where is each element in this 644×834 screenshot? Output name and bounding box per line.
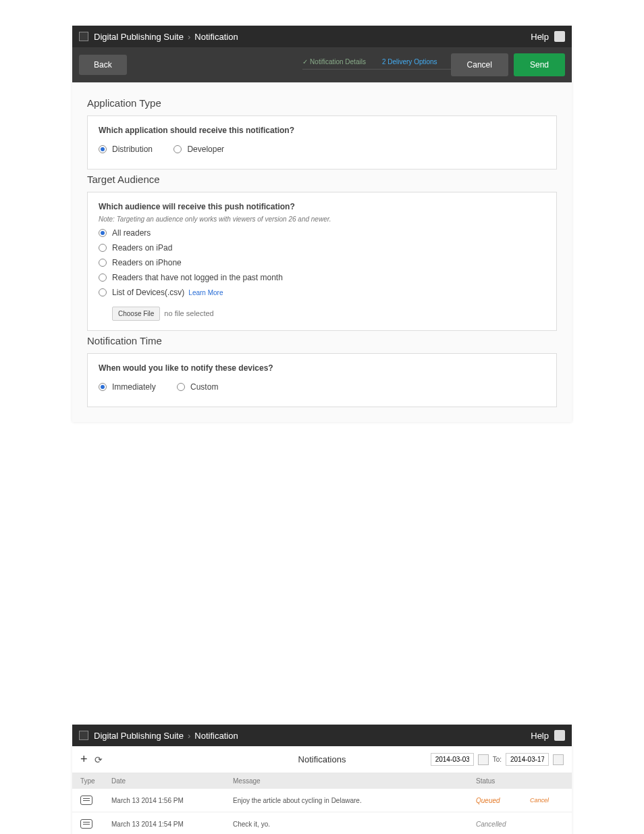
- user-icon[interactable]: [554, 730, 565, 741]
- radio-distribution[interactable]: Distribution: [99, 145, 153, 154]
- refresh-button[interactable]: ⟳: [95, 754, 103, 765]
- date-to-input[interactable]: [506, 753, 549, 766]
- app-type-question: Which application should receive this no…: [99, 126, 545, 135]
- titlebar: Digital Publishing Suite › Notification …: [72, 26, 572, 47]
- no-file-label: no file selected: [164, 309, 213, 317]
- row-message: Check it, yo.: [233, 820, 476, 828]
- calendar-icon[interactable]: [478, 754, 489, 765]
- radio-icon: [173, 145, 182, 153]
- app-icon: [79, 32, 88, 41]
- radio-device-list[interactable]: List of Devices(.csv)Learn More: [99, 288, 545, 297]
- send-button[interactable]: Send: [514, 53, 565, 76]
- section-time: When would you like to notify these devi…: [87, 353, 557, 407]
- table-row[interactable]: March 13 2014 1:56 PMEnjoy the article a…: [72, 789, 572, 812]
- breadcrumb-app: Digital Publishing Suite: [94, 731, 184, 741]
- col-type: Type: [80, 777, 111, 785]
- table-body: March 13 2014 1:56 PMEnjoy the article a…: [72, 789, 572, 834]
- action-bar: Back ✓ Notification Details 2 Delivery O…: [72, 47, 572, 82]
- radio-icon: [99, 273, 107, 282]
- help-link[interactable]: Help: [531, 32, 549, 42]
- page-title: Notifications: [298, 754, 346, 764]
- row-cancel-link[interactable]: Cancel: [530, 797, 564, 804]
- radio-icon: [177, 383, 185, 391]
- radio-icon: [99, 145, 107, 153]
- row-status: Cancelled: [476, 820, 530, 828]
- section-app-type: Which application should receive this no…: [87, 115, 557, 170]
- add-button[interactable]: +: [80, 752, 88, 766]
- radio-icon: [99, 288, 107, 296]
- step-delivery-options: 2 Delivery Options: [382, 58, 437, 72]
- user-icon[interactable]: [554, 31, 565, 42]
- radio-custom[interactable]: Custom: [177, 382, 218, 392]
- section-app-type-title: Application Type: [87, 97, 557, 109]
- learn-more-link[interactable]: Learn More: [188, 289, 223, 296]
- step-notification-details: ✓ Notification Details: [302, 58, 366, 72]
- message-icon: [80, 819, 92, 829]
- radio-readers-iphone[interactable]: Readers on iPhone: [99, 258, 545, 267]
- radio-readers-ipad[interactable]: Readers on iPad: [99, 243, 545, 253]
- time-question: When would you like to notify these devi…: [99, 363, 545, 373]
- help-link[interactable]: Help: [531, 731, 549, 741]
- table-row[interactable]: March 13 2014 1:54 PMCheck it, yo.Cancel…: [72, 812, 572, 834]
- radio-readers-inactive[interactable]: Readers that have not logged in the past…: [99, 273, 545, 282]
- titlebar: Digital Publishing Suite › Notification …: [72, 725, 572, 746]
- wizard-steps: ✓ Notification Details 2 Delivery Option…: [294, 58, 445, 72]
- delivery-options-panel: Digital Publishing Suite › Notification …: [72, 26, 572, 422]
- audience-question: Which audience will receive this push no…: [99, 202, 545, 211]
- date-from-input[interactable]: [431, 753, 474, 766]
- row-date: March 13 2014 1:56 PM: [111, 797, 233, 804]
- breadcrumb-sep: ›: [188, 32, 190, 42]
- form-body: Application Type Which application shoul…: [72, 82, 572, 422]
- radio-developer[interactable]: Developer: [173, 145, 224, 154]
- col-message: Message: [233, 777, 476, 785]
- row-date: March 13 2014 1:54 PM: [111, 820, 233, 828]
- row-message: Enjoy the article about cycling in Delaw…: [233, 797, 476, 804]
- breadcrumb-sep: ›: [188, 731, 190, 741]
- radio-icon: [99, 383, 107, 391]
- radio-immediately[interactable]: Immediately: [99, 382, 156, 392]
- radio-icon: [99, 259, 107, 267]
- radio-icon: [99, 244, 107, 252]
- notifications-list-panel: Digital Publishing Suite › Notification …: [72, 725, 572, 834]
- app-icon: [79, 731, 88, 740]
- section-audience: Which audience will receive this push no…: [87, 192, 557, 331]
- section-audience-title: Target Audience: [87, 174, 557, 185]
- table-header: Type Date Message Status: [72, 773, 572, 789]
- back-button[interactable]: Back: [79, 55, 127, 75]
- section-time-title: Notification Time: [87, 335, 557, 346]
- cancel-button[interactable]: Cancel: [451, 53, 508, 76]
- breadcrumb-page: Notification: [194, 32, 238, 42]
- col-status: Status: [476, 777, 530, 785]
- choose-file-button[interactable]: Choose File: [112, 307, 160, 321]
- audience-note: Note: Targeting an audience only works w…: [99, 215, 545, 223]
- col-date: Date: [111, 777, 233, 785]
- radio-icon: [99, 229, 107, 237]
- breadcrumb-app: Digital Publishing Suite: [94, 32, 184, 42]
- message-icon: [80, 796, 92, 805]
- list-toolbar: + ⟳ Notifications To:: [72, 746, 572, 773]
- breadcrumb-page: Notification: [194, 731, 238, 741]
- radio-all-readers[interactable]: All readers: [99, 228, 545, 238]
- to-label: To:: [493, 756, 502, 763]
- row-status: Queued: [476, 797, 530, 804]
- calendar-icon[interactable]: [553, 754, 564, 765]
